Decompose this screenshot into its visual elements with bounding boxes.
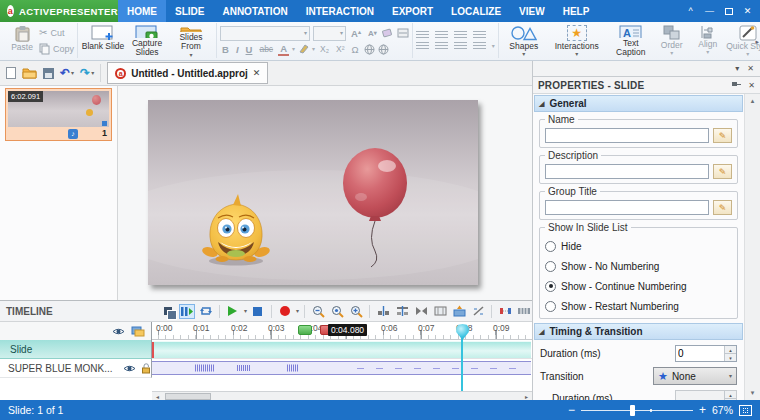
zoom-out-button[interactable]: − [568, 404, 575, 416]
edit-description-button[interactable]: ✎ [713, 164, 732, 179]
stop-button[interactable] [250, 304, 266, 319]
frames-button[interactable] [516, 304, 532, 319]
tab-localize[interactable]: LOCALIZE [442, 0, 510, 22]
close-window-button[interactable]: ✕ [739, 3, 756, 19]
align-right-icon[interactable] [454, 42, 467, 51]
justify-icon[interactable] [473, 42, 486, 51]
open-project-button[interactable] [22, 67, 37, 79]
ribbon-overflow-icon[interactable]: ▸ [755, 38, 759, 46]
capture-slides-button[interactable]: Capture Slides [125, 24, 169, 58]
decrease-indent-icon[interactable] [454, 31, 467, 40]
increase-indent-icon[interactable] [473, 31, 486, 40]
description-input[interactable] [545, 164, 709, 179]
join-button[interactable] [413, 304, 429, 319]
play-options-chevron-icon[interactable]: ▾ [244, 308, 247, 314]
tab-interaction[interactable]: INTERACTION [297, 0, 383, 22]
duration-spinner[interactable]: ▴▾ [675, 345, 737, 362]
save-button[interactable] [43, 68, 54, 79]
chevron-down-icon[interactable]: ▾ [312, 46, 315, 52]
align-button[interactable]: Align ▾ [690, 24, 726, 58]
scrollbar-thumb[interactable] [165, 393, 211, 400]
chevron-down-icon[interactable]: ▾ [71, 70, 74, 76]
underline-button[interactable]: U [244, 44, 255, 55]
tab-view[interactable]: VIEW [510, 0, 554, 22]
tab-help[interactable]: HELP [554, 0, 599, 22]
name-input[interactable] [545, 128, 709, 143]
text-caption-button[interactable]: A Text Caption [608, 24, 654, 58]
clear-formatting-icon[interactable] [382, 28, 394, 38]
pin-icon[interactable] [731, 80, 741, 90]
shapes-button[interactable]: Shapes ▾ [502, 24, 546, 58]
radio-show-continue-numbering[interactable]: Show - Continue Numbering [545, 276, 732, 296]
tab-home[interactable]: HOME [118, 0, 166, 22]
line-spacing-chevron-icon[interactable]: ▾ [492, 43, 495, 49]
italic-button[interactable]: I [234, 44, 241, 55]
close-tab-icon[interactable]: ✕ [253, 68, 261, 78]
scroll-left-icon[interactable]: ◂ [152, 393, 163, 400]
superscript-button[interactable]: X² [334, 44, 347, 54]
new-project-button[interactable] [6, 67, 16, 79]
grow-font-button[interactable]: A▴ [349, 28, 363, 39]
scroll-up-icon[interactable]: ▴ [745, 94, 760, 108]
cut-range-button[interactable] [470, 304, 486, 319]
timeline-ruler[interactable]: 0:00 0:01 0:02 0:03 0:04 0:05 0:06 0:07 … [152, 322, 532, 340]
audio-clip-bar[interactable] [152, 361, 531, 375]
web-object-globe-icon[interactable] [378, 44, 389, 55]
insert-time-button[interactable] [451, 304, 467, 319]
blank-slide-button[interactable]: Blank Slide [81, 24, 125, 58]
zoom-slider-handle[interactable] [630, 405, 635, 416]
bold-button[interactable]: B [220, 44, 231, 55]
highlight-color-icon[interactable] [298, 44, 309, 54]
zoom-in-button[interactable]: + [699, 404, 706, 416]
spin-up-icon[interactable]: ▴ [725, 346, 736, 354]
split-button[interactable] [375, 304, 391, 319]
section-timing-transition[interactable]: ◢ Timing & Transition [534, 323, 743, 340]
chevron-down-icon[interactable]: ▾ [292, 46, 295, 52]
slide-track[interactable] [152, 340, 532, 359]
cut-button[interactable]: ✂ Cut [39, 26, 74, 39]
all-slides-icon[interactable] [160, 304, 176, 319]
zoom-fit-timeline-button[interactable] [329, 304, 345, 319]
record-options-chevron-icon[interactable]: ▾ [296, 308, 299, 314]
align-left-icon[interactable] [416, 42, 429, 51]
font-size-select[interactable]: ▾ [313, 26, 346, 41]
document-tab[interactable]: a Untitled - Untitled.approj ✕ [107, 62, 268, 84]
spin-down-icon[interactable]: ▾ [725, 354, 736, 361]
slide-thumbnail[interactable]: 6:02.091 ♪ 1 [5, 88, 112, 141]
eye-icon[interactable] [112, 327, 125, 336]
scroll-down-icon[interactable]: ▾ [745, 386, 760, 400]
symbol-button[interactable]: Ω [350, 44, 361, 55]
section-general[interactable]: ◢ General [534, 95, 743, 112]
range-start-marker[interactable] [298, 325, 312, 335]
tab-annotation[interactable]: ANNOTATION [213, 0, 296, 22]
play-button[interactable] [225, 304, 241, 319]
slide-master-icon[interactable] [131, 326, 145, 337]
record-narration-button[interactable] [277, 304, 293, 319]
font-family-select[interactable]: ▾ [220, 26, 310, 41]
properties-scrollbar[interactable]: ▴ ▾ [744, 94, 760, 400]
hyperlink-globe-icon[interactable] [364, 44, 375, 55]
tab-list-chevron-icon[interactable]: ▾ [735, 64, 739, 73]
loop-playback-button[interactable] [198, 304, 214, 319]
radio-hide[interactable]: Hide [545, 236, 732, 256]
activepresenter-menu-button[interactable]: a ACTIVEPRESENTER [0, 0, 118, 22]
zoom-in-timeline-button[interactable] [348, 304, 364, 319]
minimize-button[interactable]: — [701, 3, 718, 19]
zoom-out-timeline-button[interactable] [310, 304, 326, 319]
edit-group-title-button[interactable]: ✎ [713, 200, 732, 215]
group-title-input[interactable] [545, 200, 709, 215]
subscript-button[interactable]: X₂ [318, 44, 331, 54]
radio-show-no-numbering[interactable]: Show - No Numbering [545, 256, 732, 276]
track-label-slide[interactable]: Slide [0, 340, 152, 359]
duration-input[interactable] [676, 346, 724, 361]
chevron-down-icon[interactable]: ▾ [91, 70, 94, 76]
align-center-icon[interactable] [435, 42, 448, 51]
maximize-button[interactable] [720, 3, 737, 19]
pause-marker-button[interactable] [179, 304, 195, 319]
slides-from-button[interactable]: Slides From ▾ [169, 24, 213, 58]
edit-name-button[interactable]: ✎ [713, 128, 732, 143]
zoom-slider[interactable] [581, 405, 693, 416]
interactions-button[interactable]: ★ Interactions ▾ [546, 24, 608, 58]
slide-canvas[interactable] [148, 100, 478, 285]
eye-icon[interactable] [123, 364, 136, 373]
